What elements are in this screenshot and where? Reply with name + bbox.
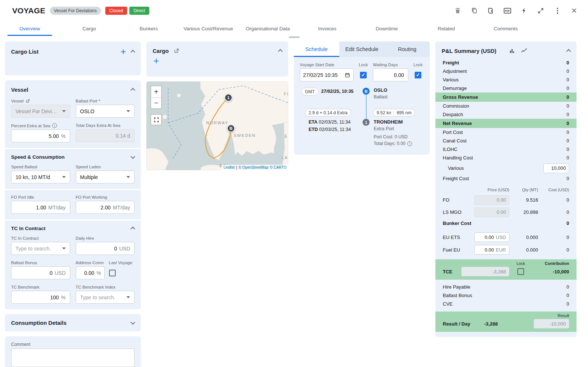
tab-edit-schedule[interactable]: Edit Schedule	[339, 41, 385, 57]
various-cost-input[interactable]: 10,000	[543, 164, 569, 173]
map-fullscreen-button[interactable]	[150, 114, 162, 125]
leg-duration-chip: 2.9 d + 0.14 d Extra	[305, 109, 351, 117]
origin-marker[interactable]: B	[363, 88, 370, 95]
panel-resize-handle[interactable]	[289, 36, 300, 38]
voyage-map[interactable]: NORWAY SWEDEN FI ES LAT DEN 1 B + − Leaf…	[146, 81, 288, 170]
ballast-bonus-input[interactable]: 0USD	[11, 266, 70, 279]
map-marker-trondheim[interactable]: 1	[224, 94, 232, 102]
tce-lock-checkbox[interactable]	[517, 268, 524, 275]
chip-divider	[394, 111, 394, 115]
address-comn-input[interactable]: 0.00%	[76, 266, 105, 279]
bar-chart-icon[interactable]	[509, 48, 515, 54]
zoom-out-button[interactable]: −	[151, 97, 161, 108]
pnl-row-value: 0	[567, 176, 569, 181]
speed-laden-label: Speed Laden	[76, 165, 135, 169]
expand-icon[interactable]	[536, 6, 545, 15]
voyage-start-date-label: Voyage Start Date	[300, 63, 354, 67]
ballast-bonus-label: Ballast Bonus	[11, 260, 70, 265]
speed-ballast-select[interactable]: 10 kn, 10 MT/d	[11, 171, 70, 184]
dropdown-caret-icon	[126, 296, 130, 298]
cargo-panel-collapse-icon[interactable]	[278, 49, 283, 54]
close-icon[interactable]	[570, 6, 578, 15]
open-cargo-icon[interactable]	[174, 48, 179, 54]
vessel-collapse-icon[interactable]	[130, 88, 135, 93]
result-per-day-label: Result / Day	[443, 321, 484, 327]
voyage-start-lock-checkbox[interactable]	[360, 72, 367, 78]
carto-link[interactable]: © CARTO	[270, 165, 286, 169]
tab-comments[interactable]: Comments	[476, 21, 536, 36]
tab-bunkers[interactable]: Bunkers	[119, 21, 179, 36]
pnl-row-value: 0	[567, 284, 569, 290]
left-column: Cargo List Vessel Vessel	[5, 41, 141, 367]
openstreetmap-link[interactable]: © OpenStreetMap	[238, 165, 268, 169]
vessel-title: Vessel	[11, 87, 28, 93]
origin-port[interactable]: OSLO	[374, 87, 387, 93]
ballast-port-select[interactable]: OSLO	[76, 105, 135, 118]
tab-schedule[interactable]: Schedule	[294, 41, 339, 57]
percent-extra-input[interactable]: 5.00%	[11, 129, 70, 142]
daily-hire-input[interactable]: 0USD	[76, 242, 135, 255]
map-label-latvia: LAT	[282, 155, 288, 160]
speed-laden-select[interactable]: Multiple	[76, 171, 135, 184]
speed-consumption-collapse-icon[interactable]	[130, 154, 135, 159]
pnl-row-value: 0	[567, 68, 569, 74]
pnl-column: P&L Summary (USD) Freight0 Adjustment0 V…	[435, 41, 577, 337]
gross-revenue-row: Gross Revenue0	[435, 92, 577, 102]
fo-port-working-label: FO Port Working	[76, 195, 135, 199]
fo-port-idle-input[interactable]: 1.00MT/day	[11, 201, 70, 214]
leaflet-link[interactable]: Leaflet	[224, 165, 235, 169]
trend-chart-icon[interactable]	[520, 48, 527, 54]
tab-routing[interactable]: Routing	[384, 41, 430, 57]
add-cargo-button[interactable]	[153, 55, 159, 66]
open-vessel-icon[interactable]	[26, 99, 30, 103]
fo-port-working-input[interactable]: 2.00MT/day	[76, 201, 135, 214]
ledger-icon[interactable]	[486, 6, 495, 15]
result-label: Result	[534, 313, 569, 318]
map-zoom-control: + −	[150, 85, 162, 109]
info-icon[interactable]	[52, 123, 57, 128]
waiting-days-input[interactable]: 0.00	[373, 68, 408, 81]
tab-various-cost-revenue[interactable]: Various Cost/Revenue	[179, 21, 238, 36]
more-menu-icon[interactable]	[553, 6, 562, 15]
map-marker-oslo[interactable]: B	[227, 124, 235, 132]
etd-value: 02/03/25, 11:34	[319, 127, 351, 132]
tc-benchmark-input[interactable]: 100%	[11, 291, 70, 304]
extra-port-marker[interactable]: 1	[363, 119, 370, 126]
waiting-days-lock-checkbox[interactable]	[415, 72, 421, 78]
fuel-eu-price-input[interactable]: 0.00EUR	[474, 245, 509, 255]
delete-icon[interactable]	[453, 6, 462, 15]
pnl-row-label: Port Cost	[443, 129, 567, 135]
map-canvas	[146, 81, 288, 170]
last-voyage-checkbox[interactable]	[109, 270, 116, 276]
zoom-in-button[interactable]: +	[151, 86, 161, 97]
calendar-icon[interactable]	[344, 72, 350, 78]
pdf-export-icon[interactable]: PDF	[503, 6, 512, 15]
info-icon[interactable]	[407, 141, 412, 146]
tab-related[interactable]: Related	[417, 21, 476, 36]
tc-in-contract-select[interactable]: Type to search.	[11, 242, 70, 255]
schedule-tab-bar: Schedule Edit Schedule Routing	[294, 41, 430, 57]
add-cargo-list-button[interactable]	[120, 48, 126, 55]
tc-in-contract-collapse-icon[interactable]	[130, 227, 135, 232]
tab-organisational-data[interactable]: Organisational Data	[238, 21, 298, 36]
consumption-details-panel: Consumption Details	[5, 314, 141, 331]
comment-textarea[interactable]	[11, 349, 135, 367]
tab-invoices[interactable]: Invoices	[298, 21, 357, 36]
vessel-select[interactable]: Vessel For Deviati...	[11, 105, 70, 118]
tc-benchmark-index-select[interactable]: Type to search.	[76, 291, 135, 304]
consumption-details-collapse-icon[interactable]	[130, 320, 135, 325]
copy-icon[interactable]	[470, 6, 479, 15]
eu-ets-price-input[interactable]: 0.00USD	[474, 232, 509, 242]
actions-lightning-icon[interactable]	[520, 6, 528, 15]
destination-port[interactable]: TRONDHEIM	[374, 119, 403, 125]
pnl-collapse-icon[interactable]	[566, 49, 571, 54]
status-closed-chip: Closed	[105, 7, 127, 15]
result-block: Result Result / Day -3,288 -10,000	[435, 312, 577, 332]
tab-overview[interactable]: Overview	[0, 21, 60, 36]
tab-cargo[interactable]: Cargo	[60, 21, 119, 36]
net-revenue-row: Net Revenue0	[435, 119, 577, 128]
cargo-list-collapse-icon[interactable]	[130, 50, 135, 54]
map-label-sweden: SWEDEN	[234, 133, 256, 138]
tab-downtime[interactable]: Downtime	[357, 21, 417, 36]
voyage-start-date-input[interactable]: 27/02/25 10:35	[300, 68, 354, 81]
